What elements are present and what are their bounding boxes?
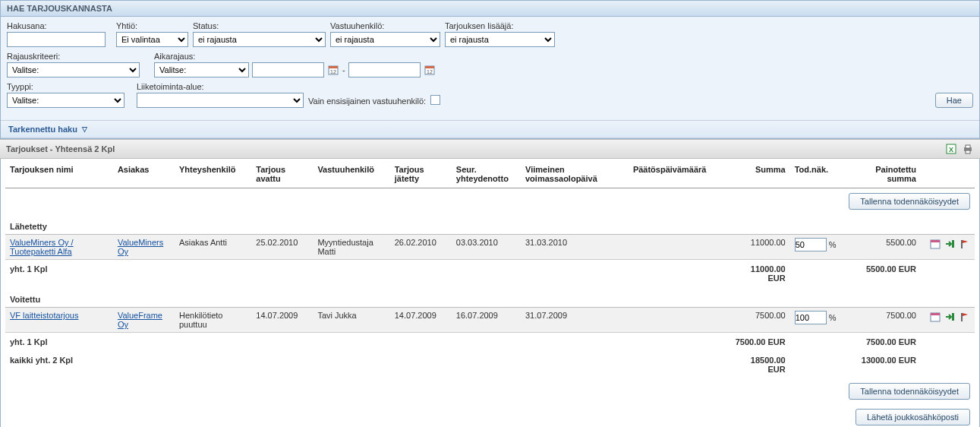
date-action-icon[interactable]	[929, 311, 941, 323]
status-select[interactable]: ei rajausta	[193, 32, 326, 47]
col-nimi: Tarjouksen nimi	[5, 159, 113, 188]
svg-text:X: X	[949, 146, 953, 153]
tyyppi-select[interactable]: Valitse:	[7, 93, 124, 108]
left-cell: 26.02.2010	[390, 235, 452, 260]
svg-rect-14	[961, 240, 963, 248]
tyyppi-label: Tyyppi:	[7, 82, 132, 91]
col-jat: Tarjous jätetty	[390, 159, 452, 188]
hae-button[interactable]: Hae	[935, 93, 973, 108]
aika-label: Aikarajaus:	[154, 52, 436, 61]
status-label: Status:	[193, 21, 326, 30]
rajaus-select[interactable]: Valitse:	[7, 62, 140, 77]
search-title: HAE TARJOUSKANNASTA	[1, 1, 979, 17]
svg-rect-13	[952, 240, 954, 248]
col-asiakas: Asiakas	[113, 159, 175, 188]
lisaaja-select[interactable]: ei rajausta	[445, 32, 555, 47]
section-header: Voitettu	[5, 287, 975, 308]
probability-input[interactable]	[795, 311, 827, 324]
decision-cell	[629, 308, 729, 333]
tallenna-top-button[interactable]: Tallenna todennäköisyydet	[849, 193, 970, 210]
subtotal-row: yht. 1 Kpl 11000.00 EUR 5500.00 EUR	[5, 260, 975, 288]
calendar-from-icon[interactable]: 12	[327, 64, 339, 76]
results-body: Tarjouksen nimi Asiakas Yhteyshenkilö Ta…	[0, 159, 980, 427]
table-row: ValueMiners Oy / Tuotepaketti Alfa Value…	[5, 235, 975, 260]
svg-rect-1	[329, 66, 338, 68]
hakusana-input[interactable]	[7, 32, 106, 47]
pct-label: %	[829, 313, 837, 322]
section-header: Lähetetty	[5, 214, 975, 235]
grandtotal-row: kaikki yht. 2 Kpl 18500.00 EUR 13000.00 …	[5, 351, 975, 378]
col-yht: Yhteyshenkilö	[175, 159, 251, 188]
tarkennettu-label: Tarkennettu haku	[8, 125, 77, 134]
offer-name-link[interactable]: VF laitteistotarjous	[10, 311, 78, 320]
sum-cell: 11000.00	[729, 235, 790, 260]
export-action-icon[interactable]	[944, 311, 956, 323]
col-tod: Tod.näk.	[790, 159, 852, 188]
tarkennettu-toggle[interactable]: Tarkennettu haku ▽	[1, 120, 979, 138]
svg-rect-17	[952, 313, 954, 321]
next-cell: 03.03.2010	[452, 235, 521, 260]
col-avattu: Tarjous avattu	[251, 159, 313, 188]
decision-cell	[629, 235, 729, 260]
valid-cell: 31.07.2009	[521, 308, 629, 333]
ensisij-checkbox[interactable]	[430, 95, 440, 105]
col-summa: Summa	[729, 159, 790, 188]
svg-rect-4	[425, 66, 434, 68]
svg-rect-16	[931, 313, 940, 315]
opened-cell: 14.07.2009	[251, 308, 313, 333]
search-panel: HAE TARJOUSKANNASTA Hakusana: Yhtiö: Ei …	[0, 0, 980, 139]
table-header-row: Tarjouksen nimi Asiakas Yhteyshenkilö Ta…	[5, 159, 975, 188]
pct-label: %	[829, 240, 837, 249]
svg-text:12: 12	[427, 69, 433, 74]
calendar-to-icon[interactable]: 12	[424, 64, 436, 76]
export-action-icon[interactable]	[944, 238, 956, 250]
subtotal-row: yht. 1 Kpl 7500.00 EUR 7500.00 EUR	[5, 333, 975, 352]
excel-export-icon[interactable]: X	[945, 143, 957, 155]
owner-cell: Myyntiedustaja Matti	[313, 235, 389, 260]
col-paat: Päätöspäivämäärä	[629, 159, 729, 188]
laheta-button[interactable]: Lähetä joukkosähköposti	[856, 409, 970, 425]
chevron-down-icon: ▽	[82, 125, 87, 133]
svg-rect-12	[931, 240, 940, 242]
customer-link[interactable]: ValueMiners Oy	[118, 238, 163, 256]
liike-select[interactable]	[137, 93, 304, 108]
col-vastuu: Vastuuhenkilö	[313, 159, 389, 188]
aika-select[interactable]: Valitse:	[154, 62, 249, 77]
flag-action-icon[interactable]	[958, 238, 970, 250]
offer-name-link[interactable]: ValueMiners Oy / Tuotepaketti Alfa	[10, 238, 74, 256]
ensisij-label: Vain ensisijainen vastuuhenkilö:	[308, 96, 426, 108]
date-from-input[interactable]	[252, 62, 324, 77]
owner-cell: Tavi Jukka	[313, 308, 389, 333]
date-action-icon[interactable]	[929, 238, 941, 250]
col-viim: Viimeinen voimassaolopäivä	[521, 159, 629, 188]
svg-text:12: 12	[330, 69, 336, 74]
tallenna-bottom-button[interactable]: Tallenna todennäköisyydet	[849, 383, 970, 400]
flag-action-icon[interactable]	[958, 311, 970, 323]
print-icon[interactable]	[962, 143, 974, 155]
date-dash: -	[342, 65, 345, 74]
vastuu-select[interactable]: ei rajausta	[330, 32, 440, 47]
col-actions	[921, 159, 975, 188]
contact-cell: Henkilötieto puuttuu	[175, 308, 251, 333]
rajaus-label: Rajauskriteeri:	[7, 52, 150, 61]
yhtio-select[interactable]: Ei valintaa	[116, 32, 188, 47]
col-seur: Seur. yhteydenotto	[452, 159, 521, 188]
svg-rect-9	[966, 145, 970, 148]
sum-cell: 7500.00	[729, 308, 790, 333]
vastuu-label: Vastuuhenkilö:	[330, 21, 440, 30]
svg-rect-18	[961, 313, 963, 321]
results-header: Tarjoukset - Yhteensä 2 Kpl X	[0, 139, 980, 159]
valid-cell: 31.03.2010	[521, 235, 629, 260]
left-cell: 14.07.2009	[390, 308, 452, 333]
hakusana-label: Hakusana:	[7, 21, 112, 30]
lisaaja-label: Tarjouksen lisääjä:	[445, 21, 555, 30]
table-row: VF laitteistotarjous ValueFrame Oy Henki…	[5, 308, 975, 333]
weighted-cell: 5500.00	[852, 235, 921, 260]
results-title: Tarjoukset - Yhteensä 2 Kpl	[6, 144, 115, 153]
date-to-input[interactable]	[348, 62, 421, 77]
probability-input[interactable]	[795, 238, 827, 251]
liike-label: Liiketoiminta-alue:	[137, 82, 304, 91]
opened-cell: 25.02.2010	[251, 235, 313, 260]
customer-link[interactable]: ValueFrame Oy	[118, 311, 162, 329]
next-cell: 16.07.2009	[452, 308, 521, 333]
